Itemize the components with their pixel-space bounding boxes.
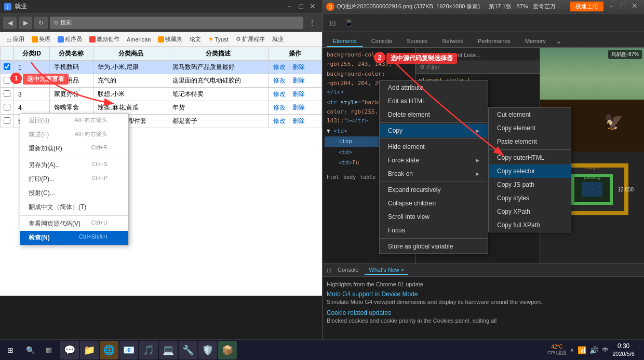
whatsnew-tab-btn[interactable]: What's New × — [365, 266, 408, 275]
copy-outer-html[interactable]: Copy outerHTML — [489, 151, 571, 164]
bookmark-jobs[interactable]: 就业 — [269, 34, 287, 44]
minimize-btn[interactable]: － — [284, 2, 295, 11]
tab-elements[interactable]: Elements — [327, 36, 363, 47]
tab-sources[interactable]: Sources — [400, 36, 434, 47]
ctx-print[interactable]: 打印(P)... Ctrl+P — [20, 172, 128, 186]
copy-js-path[interactable]: Copy JS path — [489, 178, 571, 191]
row3-delete-link[interactable]: 删除 — [292, 90, 305, 98]
ctx-cast[interactable]: 投射(C)... — [20, 186, 128, 200]
row1-action[interactable]: 修改 | 删除 — [269, 61, 321, 74]
ctx-hide-elem[interactable]: Hide element — [380, 140, 488, 154]
row2-action[interactable]: 修改 | 删除 — [269, 74, 321, 88]
whatsnew-item-1[interactable]: Moto G4 support in Device Mode — [327, 290, 640, 298]
bookmark-english[interactable]: 英语 — [29, 34, 53, 44]
address-bar[interactable]: ⊙ 搜索 — [50, 17, 303, 29]
tab-network[interactable]: Network — [436, 36, 469, 47]
sys-icon-up[interactable]: ∧ — [570, 347, 574, 354]
copy-paste-elem[interactable]: Paste element — [489, 135, 571, 148]
devtools-device-btn[interactable]: 📱 — [342, 17, 355, 29]
ctx-break-on[interactable]: Break on ▶ — [380, 167, 488, 181]
ctx-view-source[interactable]: 查看网页源代码(V) Ctrl+U — [20, 217, 128, 231]
taskbar-app-6[interactable]: 💻 — [159, 341, 178, 359]
qq-max-btn[interactable]: □ — [619, 2, 627, 11]
taskbar-app-7[interactable]: 🔧 — [179, 341, 197, 359]
row1-checkbox[interactable] — [1, 61, 14, 74]
copy-selector[interactable]: Copy selector — [489, 164, 571, 178]
settings-btn[interactable]: ⋮ — [305, 17, 319, 29]
ctx-copy[interactable]: Copy ▶ — [380, 124, 488, 137]
taskbar-taskview[interactable]: ▦ — [39, 340, 58, 361]
ctx-scroll[interactable]: Scroll into view — [380, 210, 488, 224]
start-btn[interactable]: ⊞ — [0, 340, 21, 361]
row2-edit-link[interactable]: 修改 — [273, 77, 286, 84]
ctx-expand[interactable]: Expand recursively — [380, 183, 488, 197]
ctx-store-global[interactable]: Store as global variable — [380, 240, 488, 253]
row2-delete-link[interactable]: 删除 — [292, 77, 305, 84]
sys-chs[interactable]: 中 — [601, 346, 609, 354]
row5-action[interactable]: 修改 | 删除 — [269, 115, 321, 128]
row5-delete-link[interactable]: 删除 — [292, 117, 305, 124]
tab-more[interactable]: » — [554, 37, 564, 47]
html-breadcrumb-html[interactable]: html — [327, 174, 339, 180]
tab-performance[interactable]: Performance — [472, 36, 517, 47]
row4-action[interactable]: 修改 | 删除 — [269, 101, 321, 115]
row5-edit-link[interactable]: 修改 — [273, 117, 286, 124]
bookmark-apps[interactable]: ⚏ 应用 — [3, 34, 28, 44]
ctx-reload[interactable]: 重新加载(R) Ctrl+R — [20, 142, 128, 156]
ctx-edit-html[interactable]: Edit as HTML — [380, 94, 488, 108]
ctx-forward[interactable]: 前进(F) Alt+向右箭头 — [20, 128, 128, 142]
sys-volume[interactable]: 🔊 — [589, 346, 598, 354]
taskbar-app-9[interactable]: 📦 — [218, 341, 237, 359]
copy-xpath[interactable]: Copy XPath — [489, 205, 571, 218]
back-btn[interactable]: ◀ — [3, 17, 17, 29]
bookmark-american[interactable]: American — [124, 35, 154, 44]
bookmark-extensions[interactable]: ⚙ 扩展程序 — [233, 34, 268, 44]
sys-wifi[interactable]: 📶 — [578, 346, 586, 354]
taskbar-app-4[interactable]: 📧 — [119, 341, 138, 359]
row3-action[interactable]: 修改 | 删除 — [269, 88, 321, 101]
ctx-force-state[interactable]: Force state ▶ — [380, 154, 488, 167]
row1-edit-link[interactable]: 修改 — [273, 63, 286, 71]
ctx-back[interactable]: 返回(B) Alt+向左箭头 — [20, 114, 128, 128]
copy-full-xpath[interactable]: Copy full XPath — [489, 218, 571, 232]
bookmark-programmer[interactable]: 程序员 — [55, 34, 85, 44]
bookmark-tyust[interactable]: ★ Tyust — [205, 35, 231, 44]
filter-input[interactable] — [427, 64, 535, 71]
maximize-btn[interactable]: □ — [297, 2, 305, 11]
whatsnew-item-2[interactable]: Cookie-related updates — [327, 309, 640, 316]
show-desktop-btn[interactable] — [638, 342, 640, 358]
row1-delete-link[interactable]: 删除 — [292, 63, 305, 71]
close-btn[interactable]: ✕ — [307, 2, 318, 11]
taskbar-app-5[interactable]: 🎵 — [139, 341, 158, 359]
taskbar-app-3[interactable]: 🌐 — [100, 341, 118, 359]
ctx-inspect[interactable]: 检查(N) Ctrl+Shift+I — [20, 231, 128, 245]
row4-delete-link[interactable]: 删除 — [292, 104, 305, 111]
copy-styles[interactable]: Copy styles — [489, 191, 571, 205]
taskbar-search[interactable]: 🔍 — [21, 340, 39, 361]
row3-checkbox[interactable] — [1, 88, 14, 101]
bookmark-thesis[interactable]: 论文 — [186, 34, 204, 44]
bookmark-creative[interactable]: 激励创作 — [86, 34, 123, 44]
ctx-collapse[interactable]: Collapse children — [380, 197, 488, 210]
taskbar-app-8[interactable]: 🛡️ — [198, 341, 217, 359]
row5-checkbox[interactable] — [1, 115, 14, 128]
copy-copy-elem[interactable]: Copy element — [489, 121, 571, 135]
row4-edit-link[interactable]: 修改 — [273, 104, 286, 111]
ctx-add-attr[interactable]: Add attribute — [380, 81, 488, 94]
qq-min-btn[interactable]: － — [606, 2, 617, 11]
ctx-delete-elem[interactable]: Delete element — [380, 108, 488, 121]
html-breadcrumb-table[interactable]: table — [360, 174, 375, 180]
qq-upload-btn[interactable]: 极速上传 — [570, 2, 603, 11]
ctx-translate[interactable]: 翻成中文（简体）(T) — [20, 200, 128, 214]
taskbar-app-2[interactable]: 📁 — [80, 341, 99, 359]
tab-console[interactable]: Console — [365, 36, 398, 47]
forward-btn[interactable]: ▶ — [19, 17, 32, 29]
console-tab-btn[interactable]: Console — [333, 266, 363, 275]
row4-checkbox[interactable] — [1, 101, 14, 115]
taskbar-app-1[interactable]: 💬 — [60, 341, 79, 359]
bookmark-favorites[interactable]: 收藏夹 — [155, 34, 185, 44]
ctx-focus[interactable]: Focus — [380, 224, 488, 237]
copy-cut-elem[interactable]: Cut element — [489, 108, 571, 121]
reload-btn[interactable]: ↻ — [34, 17, 48, 29]
ctx-saveas[interactable]: 另存为(A)... Ctrl+S — [20, 158, 128, 172]
